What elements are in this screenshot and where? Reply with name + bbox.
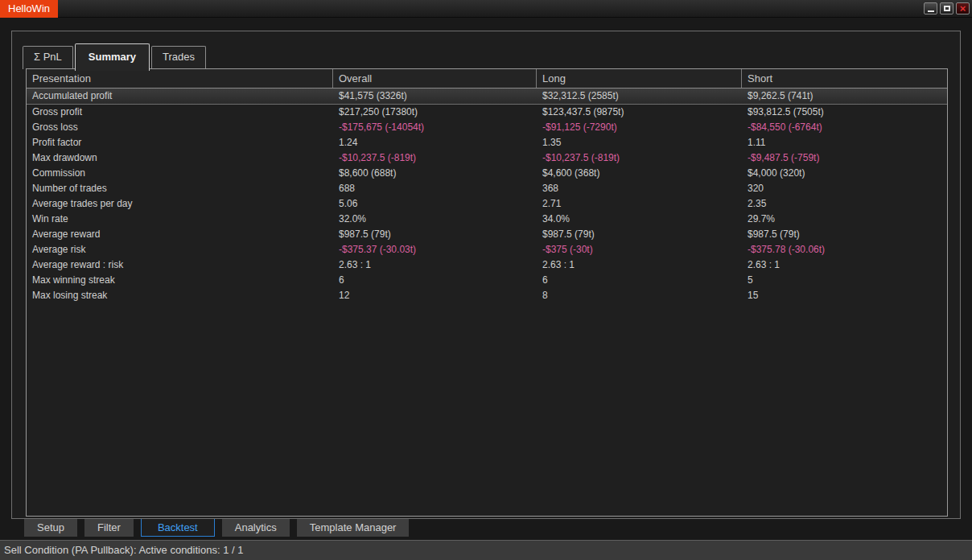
minimize-icon <box>928 10 934 12</box>
row-label: Max drawdown <box>27 150 333 166</box>
row-value-short: 320 <box>742 181 947 196</box>
tab-template-manager[interactable]: Template Manager <box>297 519 410 537</box>
tab-pnl[interactable]: Σ PnL <box>23 46 73 69</box>
table-row[interactable]: Accumulated profit$41,575 (3326t)$32,312… <box>27 88 947 105</box>
table-row[interactable]: Max losing streak12815 <box>27 288 947 303</box>
bottom-tab-strip: Setup Filter Backtest Analytics Template… <box>24 519 416 537</box>
table-row[interactable]: Gross profit$217,250 (17380t)$123,437.5 … <box>27 105 947 120</box>
tab-analytics[interactable]: Analytics <box>222 519 290 537</box>
row-value-long: 2.63 : 1 <box>537 257 742 273</box>
row-value-short: 1.11 <box>742 135 947 150</box>
row-label: Commission <box>27 166 333 181</box>
row-value-long: $32,312.5 (2585t) <box>537 89 742 104</box>
table-row[interactable]: Commission$8,600 (688t)$4,600 (368t)$4,0… <box>27 166 947 181</box>
close-button[interactable]: × <box>956 2 970 14</box>
table-row[interactable]: Number of trades688368320 <box>27 181 947 196</box>
row-label: Max winning streak <box>27 273 333 288</box>
row-value-short: $9,262.5 (741t) <box>742 89 947 104</box>
close-icon: × <box>960 3 966 14</box>
row-value-short: -$84,550 (-6764t) <box>742 120 947 135</box>
row-value-overall: $217,250 (17380t) <box>333 105 537 120</box>
maximize-button[interactable] <box>940 2 953 14</box>
row-value-overall: -$175,675 (-14054t) <box>333 120 537 135</box>
row-value-overall: $41,575 (3326t) <box>333 89 537 104</box>
status-bar: Sell Condition (PA Pullback): Active con… <box>0 540 972 560</box>
tab-setup[interactable]: Setup <box>24 519 77 537</box>
row-value-overall: 688 <box>333 181 537 196</box>
row-value-long: 8 <box>537 288 742 303</box>
table-body: Accumulated profit$41,575 (3326t)$32,312… <box>27 88 947 303</box>
tab-summary[interactable]: Summary <box>75 43 150 71</box>
column-header-short[interactable]: Short <box>742 69 947 88</box>
row-label: Average reward <box>27 227 333 242</box>
row-label: Gross profit <box>27 105 333 120</box>
row-value-long: 6 <box>537 273 742 288</box>
row-value-overall: -$375.37 (-30.03t) <box>333 242 537 257</box>
row-label: Average risk <box>27 242 333 257</box>
row-value-overall: -$10,237.5 (-819t) <box>333 150 537 166</box>
row-value-long: 368 <box>537 181 742 196</box>
row-label: Profit factor <box>27 135 333 150</box>
row-value-overall: 12 <box>333 288 537 303</box>
row-value-short: -$375.78 (-30.06t) <box>742 242 947 257</box>
window-controls: × <box>924 2 970 14</box>
row-value-short: $4,000 (320t) <box>742 166 947 181</box>
row-value-long: -$10,237.5 (-819t) <box>537 150 742 166</box>
table-row[interactable]: Gross loss-$175,675 (-14054t)-$91,125 (-… <box>27 120 947 135</box>
table-row[interactable]: Average risk-$375.37 (-30.03t)-$375 (-30… <box>27 242 947 257</box>
row-value-short: 2.35 <box>742 196 947 212</box>
row-label: Accumulated profit <box>27 89 333 104</box>
tab-filter[interactable]: Filter <box>84 519 134 537</box>
row-value-overall: $987.5 (79t) <box>333 227 537 242</box>
row-value-short: $987.5 (79t) <box>742 227 947 242</box>
row-label: Average reward : risk <box>27 257 333 273</box>
row-value-long: 1.35 <box>537 135 742 150</box>
row-value-long: $123,437.5 (9875t) <box>537 105 742 120</box>
title-bar: HelloWin × <box>0 0 972 18</box>
column-header-long[interactable]: Long <box>537 69 742 88</box>
tab-backtest[interactable]: Backtest <box>141 519 215 537</box>
row-value-overall: 5.06 <box>333 196 537 212</box>
maximize-icon <box>944 6 950 11</box>
app-title: HelloWin <box>0 0 58 18</box>
table-row[interactable]: Average trades per day5.062.712.35 <box>27 196 947 212</box>
minimize-button[interactable] <box>924 2 937 14</box>
row-value-long: -$91,125 (-7290t) <box>537 120 742 135</box>
row-value-long: 2.71 <box>537 196 742 212</box>
table-row[interactable]: Profit factor1.241.351.11 <box>27 135 947 150</box>
row-value-overall: 2.63 : 1 <box>333 257 537 273</box>
row-label: Average trades per day <box>27 196 333 212</box>
row-value-overall: $8,600 (688t) <box>333 166 537 181</box>
row-label: Number of trades <box>27 181 333 196</box>
summary-table: Presentation Overall Long Short Accumula… <box>26 68 948 517</box>
table-row[interactable]: Win rate32.0%34.0%29.7% <box>27 212 947 227</box>
row-value-long: $987.5 (79t) <box>537 227 742 242</box>
column-header-overall[interactable]: Overall <box>333 69 537 88</box>
tab-trades[interactable]: Trades <box>151 46 206 69</box>
table-row[interactable]: Average reward : risk2.63 : 12.63 : 12.6… <box>27 257 947 273</box>
row-label: Win rate <box>27 212 333 227</box>
row-value-short: 5 <box>742 273 947 288</box>
row-value-short: $93,812.5 (7505t) <box>742 105 947 120</box>
row-value-long: 34.0% <box>537 212 742 227</box>
row-label: Gross loss <box>27 120 333 135</box>
status-text: Sell Condition (PA Pullback): Active con… <box>0 541 972 560</box>
row-value-long: $4,600 (368t) <box>537 166 742 181</box>
main-panel: Σ PnL Summary Trades Presentation Overal… <box>11 31 961 519</box>
top-tab-strip: Σ PnL Summary Trades <box>23 38 208 69</box>
row-value-short: 15 <box>742 288 947 303</box>
table-row[interactable]: Average reward$987.5 (79t)$987.5 (79t)$9… <box>27 227 947 242</box>
table-header: Presentation Overall Long Short <box>27 69 947 89</box>
row-value-overall: 1.24 <box>333 135 537 150</box>
table-row[interactable]: Max winning streak665 <box>27 273 947 288</box>
column-header-presentation[interactable]: Presentation <box>27 69 333 88</box>
row-label: Max losing streak <box>27 288 333 303</box>
row-value-long: -$375 (-30t) <box>537 242 742 257</box>
table-row[interactable]: Max drawdown-$10,237.5 (-819t)-$10,237.5… <box>27 150 947 166</box>
row-value-overall: 32.0% <box>333 212 537 227</box>
row-value-short: -$9,487.5 (-759t) <box>742 150 947 166</box>
row-value-overall: 6 <box>333 273 537 288</box>
row-value-short: 2.63 : 1 <box>742 257 947 273</box>
row-value-short: 29.7% <box>742 212 947 227</box>
